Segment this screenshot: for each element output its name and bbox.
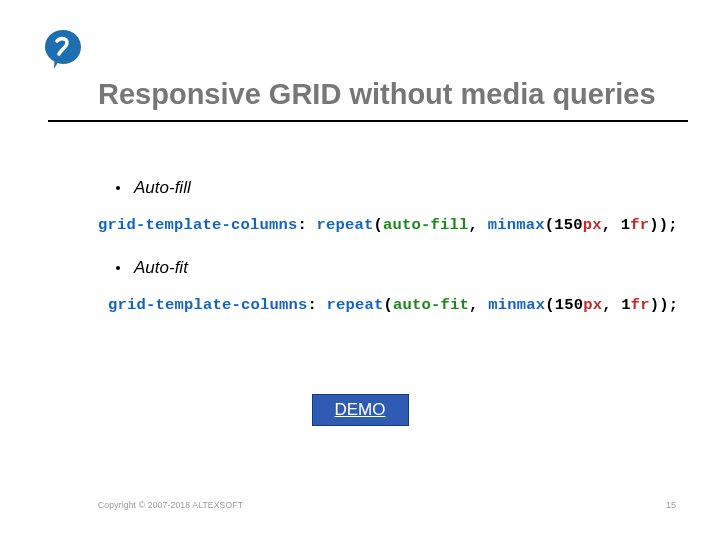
code-comma: ,: [602, 216, 621, 234]
code-minmax: minmax: [488, 216, 545, 234]
code-paren: (: [545, 296, 555, 314]
code-comma: ,: [469, 296, 488, 314]
demo-button[interactable]: DEMO: [312, 394, 409, 426]
brand-logo: [42, 28, 84, 70]
bullet-auto-fill: Auto-fill: [116, 178, 688, 198]
code-mode: auto-fit: [393, 296, 469, 314]
page-number: 15: [666, 500, 676, 510]
code-sample-auto-fit: grid-template-columns: repeat(auto-fit, …: [108, 296, 688, 314]
code-number: 1: [621, 216, 631, 234]
code-paren: (: [545, 216, 555, 234]
code-repeat: repeat: [327, 296, 384, 314]
code-minmax: minmax: [488, 296, 545, 314]
code-paren: (: [374, 216, 384, 234]
code-colon: :: [298, 216, 317, 234]
code-unit: fr: [630, 216, 649, 234]
code-comma: ,: [469, 216, 488, 234]
code-tail: ));: [649, 216, 678, 234]
code-unit: fr: [631, 296, 650, 314]
bullet-dot-icon: [116, 186, 120, 190]
code-prop: grid-template-columns: [98, 216, 298, 234]
code-tail: ));: [650, 296, 679, 314]
code-number: 150: [554, 216, 583, 234]
bullet-dot-icon: [116, 266, 120, 270]
code-paren: (: [384, 296, 394, 314]
code-number: 150: [555, 296, 584, 314]
title-divider: [48, 120, 688, 122]
bullet-auto-fit: Auto-fit: [116, 258, 688, 278]
bullet-label: Auto-fill: [134, 178, 191, 198]
code-prop: grid-template-columns: [108, 296, 308, 314]
code-unit: px: [583, 296, 602, 314]
content-area: Auto-fill grid-template-columns: repeat(…: [98, 168, 688, 338]
code-colon: :: [308, 296, 327, 314]
code-unit: px: [583, 216, 602, 234]
bullet-label: Auto-fit: [134, 258, 188, 278]
code-comma: ,: [602, 296, 621, 314]
footer-copyright: Copyright © 2007-2018 ALTEXSOFT: [98, 500, 243, 510]
demo-button-wrap: DEMO: [0, 394, 720, 426]
code-repeat: repeat: [317, 216, 374, 234]
code-sample-auto-fill: grid-template-columns: repeat(auto-fill,…: [98, 216, 688, 234]
code-number: 1: [621, 296, 631, 314]
code-mode: auto-fill: [383, 216, 469, 234]
page-title: Responsive GRID without media queries: [98, 78, 688, 111]
